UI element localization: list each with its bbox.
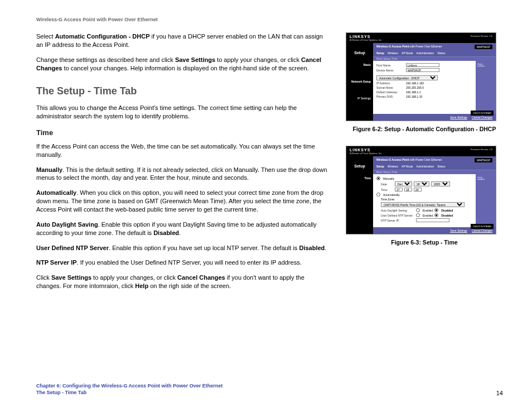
text: . If you enabled the User Defined NTP Se… bbox=[77, 259, 302, 266]
brand-logo: LINKSYS bbox=[350, 148, 370, 152]
page-number: 14 bbox=[496, 390, 503, 396]
cancel-changes-button[interactable]: Cancel Changes bbox=[472, 116, 492, 119]
cisco-logo: CISCO SYSTEMS bbox=[471, 224, 494, 229]
time-label: Time: bbox=[381, 188, 393, 191]
save-settings-button[interactable]: Save Settings bbox=[450, 229, 467, 232]
radio-ntp-enabled[interactable] bbox=[416, 213, 420, 217]
help-link[interactable]: Help... bbox=[476, 174, 496, 227]
auto-daylight-label: Auto Daylight Saving: bbox=[381, 209, 414, 212]
footer-section: The Setup - Time Tab bbox=[36, 389, 223, 396]
tab-wireless[interactable]: Wireless bbox=[388, 165, 398, 168]
brand-subtitle: A Division of Cisco Systems, Inc. bbox=[350, 39, 382, 41]
save-settings-button[interactable]: Save Settings bbox=[450, 116, 467, 119]
date-year-select[interactable]: 2005 bbox=[431, 181, 450, 186]
figure-6-3-screenshot: LINKSYS A Division of Cisco Systems, Inc… bbox=[346, 146, 496, 234]
manually-label: Manually bbox=[383, 177, 394, 180]
tab-administration[interactable]: Administration bbox=[417, 165, 434, 168]
bold-text: Disabled bbox=[299, 245, 325, 251]
section-basic: Basic bbox=[346, 63, 371, 66]
sub-nav[interactable]: Basic Setup | Time bbox=[373, 56, 496, 61]
time-hour-input[interactable] bbox=[395, 188, 403, 191]
ntp-ip-input[interactable] bbox=[416, 218, 449, 222]
bold-text: NTP Server IP bbox=[36, 259, 77, 266]
radio-ntp-disabled[interactable] bbox=[434, 213, 438, 217]
paragraph: User Defined NTP Server. Enable this opt… bbox=[36, 244, 329, 252]
device-name-label: Device Name: bbox=[376, 69, 404, 72]
tab-status[interactable]: Status bbox=[437, 51, 445, 55]
bold-text: Save Settings bbox=[51, 274, 91, 281]
automatically-label: Automatically bbox=[383, 193, 400, 197]
radio-manually[interactable] bbox=[376, 176, 380, 180]
bold-text: Cancel Changes bbox=[177, 274, 225, 281]
subnet-label: Subnet Mask: bbox=[376, 86, 404, 89]
help-link[interactable]: Help... bbox=[476, 61, 496, 114]
model-badge: WAP54GP bbox=[475, 158, 492, 162]
device-name-input[interactable] bbox=[406, 68, 439, 72]
user-ntp-label: User Defined NTP Server: bbox=[381, 214, 414, 217]
text: Click bbox=[36, 274, 51, 281]
text: on the righ side of the screen. bbox=[148, 282, 231, 289]
time-min-input[interactable] bbox=[404, 188, 412, 191]
section-ip-settings: IP Settings bbox=[346, 97, 371, 100]
brand-logo: LINKSYS bbox=[350, 35, 370, 39]
tab-setup[interactable]: Setup bbox=[376, 51, 384, 55]
fig1-form: Host Name: Device Name: Automatic Config… bbox=[373, 61, 476, 114]
paragraph: If the Access Point can access the Web, … bbox=[36, 142, 329, 159]
paragraph: Click Save Settings to apply your change… bbox=[36, 274, 329, 290]
radio-ads-disabled[interactable] bbox=[434, 208, 438, 212]
host-name-input[interactable] bbox=[406, 63, 439, 67]
model-badge: WAP54GP bbox=[475, 45, 492, 49]
tab-setup[interactable]: Setup bbox=[376, 165, 384, 168]
gateway-label: Default Gateway: bbox=[376, 90, 404, 94]
heading-setup-time-tab: The Setup - Time Tab bbox=[36, 84, 329, 98]
tab-label-setup: Setup bbox=[346, 162, 373, 170]
sub-nav[interactable]: Basic Setup | Time bbox=[373, 170, 496, 174]
bold-text: Auto Daylight Saving bbox=[36, 221, 98, 228]
paragraph: This allows you to change the Access Poi… bbox=[36, 104, 329, 121]
enabled-label: Enabled bbox=[423, 214, 433, 217]
page-footer: Chapter 6: Configuring the Wireless-G Ac… bbox=[36, 382, 503, 396]
text: . When you click on this option, you wil… bbox=[36, 189, 323, 213]
bold-text: Automatic Configuration - DHCP bbox=[55, 33, 150, 40]
text: . This is the default setting. If it is … bbox=[36, 166, 327, 181]
host-name-label: Host Name: bbox=[376, 64, 404, 67]
tab-ap-mode[interactable]: AP Mode bbox=[402, 165, 413, 168]
product-title: Wireless-G Access Point bbox=[376, 45, 409, 48]
date-day-select[interactable]: 18 bbox=[414, 181, 429, 186]
tab-ap-mode[interactable]: AP Mode bbox=[402, 51, 413, 55]
text: Select bbox=[36, 33, 55, 40]
date-month-select[interactable]: Dec bbox=[395, 181, 412, 186]
tab-row: Setup Wireless AP Mode Administration St… bbox=[373, 162, 496, 170]
tab-administration[interactable]: Administration bbox=[417, 51, 434, 55]
ntp-ip-label: NTP Server IP: bbox=[381, 219, 414, 222]
tab-row: Setup Wireless AP Mode Administration St… bbox=[373, 49, 496, 56]
config-type-select[interactable]: Automatic Configuration - DHCP bbox=[376, 75, 438, 80]
timezone-label: Time Zone: bbox=[381, 198, 395, 201]
cancel-changes-button[interactable]: Cancel Changes bbox=[472, 229, 492, 232]
tab-status[interactable]: Status bbox=[437, 165, 445, 168]
product-subtitle: with Power Over Ethernet bbox=[409, 158, 442, 161]
disabled-label: Disabled bbox=[441, 214, 453, 217]
tab-wireless[interactable]: Wireless bbox=[388, 51, 398, 55]
time-sec-input[interactable] bbox=[414, 188, 422, 191]
product-subtitle: with Power Over Ethernet bbox=[409, 45, 442, 48]
subheading-time: Time bbox=[36, 128, 329, 138]
page-header: Wireless-G Access Point with Power Over … bbox=[36, 17, 503, 22]
product-title: Wireless-G Access Point bbox=[376, 158, 409, 161]
bold-text: Automatically bbox=[36, 189, 76, 196]
bold-text: Disabled bbox=[153, 229, 179, 236]
paragraph: Auto Daylight Saving. Enable this option… bbox=[36, 221, 329, 237]
dns-label: Primary DNS: bbox=[376, 95, 404, 98]
paragraph: NTP Server IP. If you enabled the User D… bbox=[36, 258, 329, 267]
text: to apply your changes, or click bbox=[91, 274, 177, 281]
main-column: Select Automatic Configuration - DHCP if… bbox=[36, 32, 329, 297]
timezone-select[interactable]: (GMT-08:00) Pacific Time (US & Canada); … bbox=[381, 202, 465, 207]
paragraph: Select Automatic Configuration - DHCP if… bbox=[36, 32, 329, 49]
ip-label: IP Address: bbox=[376, 82, 404, 85]
firmware-text: Firmware Version: 1.0 bbox=[471, 35, 492, 41]
radio-automatically[interactable] bbox=[376, 193, 380, 197]
figure-6-2-screenshot: LINKSYS A Division of Cisco Systems, Inc… bbox=[346, 32, 496, 121]
radio-ads-enabled[interactable] bbox=[416, 208, 420, 212]
date-label: Date: bbox=[381, 183, 393, 186]
bold-text: Manually bbox=[36, 166, 62, 173]
